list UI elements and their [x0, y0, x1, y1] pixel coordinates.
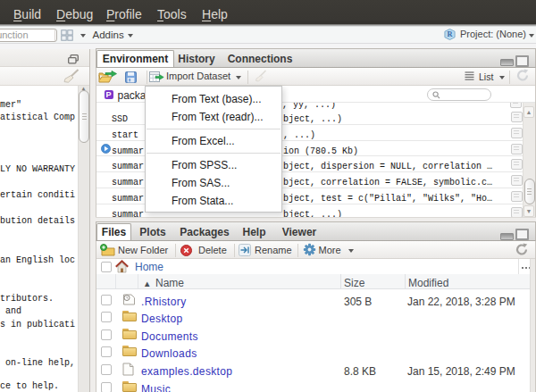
svg-text:R: R	[447, 30, 453, 38]
